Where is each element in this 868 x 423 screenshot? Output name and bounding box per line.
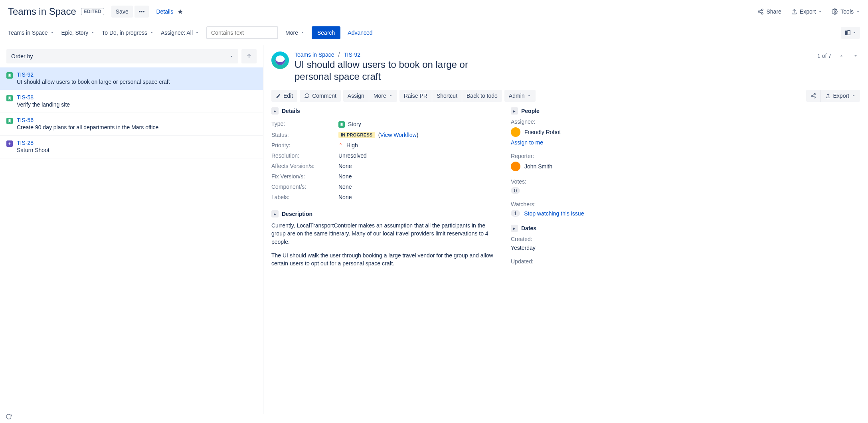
share-issue-button[interactable] <box>806 90 821 102</box>
svg-line-13 <box>813 95 814 95</box>
stop-watching-link[interactable]: Stop watching this issue <box>524 210 584 217</box>
issue-key: TIS-56 <box>17 117 158 123</box>
pager-position: 1 of 7 <box>817 53 831 59</box>
chevron-down-icon <box>853 53 858 59</box>
section-title-dates: Dates <box>521 225 536 231</box>
field-label: Component/s: <box>271 184 338 190</box>
section-title-people: People <box>521 108 540 114</box>
section-toggle[interactable]: ▸ <box>271 107 279 115</box>
field-label: Affects Version/s: <box>271 163 338 169</box>
field-label: Priority: <box>271 142 338 148</box>
description-body: Currently, LocalTransportControler makes… <box>271 221 495 267</box>
chevron-down-icon <box>195 31 199 35</box>
chevron-down-icon <box>50 31 54 35</box>
arrow-up-icon <box>246 53 252 59</box>
order-by-dropdown[interactable]: Order by <box>6 49 238 63</box>
svg-point-10 <box>814 93 815 95</box>
filter-project[interactable]: Teams in Space <box>8 30 54 36</box>
refresh-button[interactable] <box>6 413 12 414</box>
export-icon <box>791 8 797 15</box>
svg-point-1 <box>758 11 760 12</box>
more-dropdown[interactable]: More <box>369 90 397 102</box>
detail-view-icon <box>844 30 851 36</box>
page-header: Teams in Space EDITED Save ••• Details ★… <box>0 0 868 22</box>
filter-more[interactable]: More <box>285 30 304 36</box>
list-item[interactable]: TIS-56Create 90 day plans for all depart… <box>0 113 263 136</box>
chevron-down-icon <box>818 10 822 14</box>
story-icon <box>6 95 13 101</box>
issue-detail-pane: Teams in Space / TIS-92 UI should allow … <box>263 45 868 414</box>
field-value: None <box>338 184 352 190</box>
breadcrumb-issue-key[interactable]: TIS-92 <box>344 51 360 58</box>
chevron-down-icon <box>856 10 860 14</box>
tools-button[interactable]: Tools <box>832 8 860 15</box>
list-item[interactable]: TIS-28Saturn Shoot <box>0 136 263 158</box>
export-button[interactable]: Export <box>791 8 822 15</box>
filter-assignee[interactable]: Assignee: All <box>161 30 199 36</box>
share-button[interactable]: Share <box>757 8 781 15</box>
story-icon <box>338 121 345 128</box>
field-label: Fix Version/s: <box>271 173 338 180</box>
gear-icon <box>832 8 838 15</box>
section-toggle[interactable]: ▸ <box>511 225 518 232</box>
search-button[interactable]: Search <box>312 26 340 39</box>
list-item[interactable]: TIS-92UI should allow users to book on l… <box>0 67 263 90</box>
section-toggle[interactable]: ▸ <box>271 210 279 217</box>
issue-summary: Saturn Shoot <box>17 147 49 153</box>
created-value: Yesterday <box>511 245 615 251</box>
svg-point-2 <box>761 13 763 14</box>
admin-dropdown[interactable]: Admin <box>504 90 536 102</box>
filter-bar: Teams in Space Epic, Story To Do, in pro… <box>0 22 868 45</box>
pager-next-button[interactable] <box>851 51 860 60</box>
list-item[interactable]: TIS-58Verify the landing site <box>0 90 263 113</box>
section-title-description: Description <box>282 211 312 217</box>
assignee-value: Friendly Robot <box>511 127 615 137</box>
raise-pr-button[interactable]: Raise PR <box>399 90 432 102</box>
assign-to-me-link[interactable]: Assign to me <box>511 139 543 146</box>
back-to-todo-button[interactable]: Back to todo <box>462 90 502 102</box>
page-title: Teams in Space <box>8 6 76 17</box>
dates-section: ▸ Dates Created: Yesterday Updated: <box>511 225 615 265</box>
search-input[interactable] <box>206 26 278 39</box>
chevron-down-icon <box>229 54 233 58</box>
sort-direction-button[interactable] <box>241 49 257 63</box>
section-toggle[interactable]: ▸ <box>511 107 518 115</box>
view-toggle-button[interactable] <box>841 27 860 39</box>
filter-type[interactable]: Epic, Story <box>61 30 95 36</box>
view-workflow-link[interactable]: View Workflow <box>380 132 416 138</box>
edited-badge: EDITED <box>81 8 104 15</box>
refresh-icon <box>6 413 12 414</box>
field-label: Labels: <box>271 194 338 200</box>
field-value: None <box>338 194 352 200</box>
reporter-value: John Smith <box>511 162 615 171</box>
filter-status[interactable]: To Do, in progress <box>102 30 154 36</box>
comment-button[interactable]: Comment <box>300 90 341 102</box>
avatar <box>511 127 520 137</box>
advanced-link[interactable]: Advanced <box>348 30 372 36</box>
export-icon <box>825 93 831 99</box>
share-icon <box>757 8 764 15</box>
breadcrumb: Teams in Space / TIS-92 <box>295 51 812 58</box>
save-button[interactable]: Save <box>111 6 133 18</box>
edit-button[interactable]: Edit <box>271 90 297 102</box>
priority-high-icon: ⌃ <box>338 142 343 148</box>
breadcrumb-project[interactable]: Teams in Space <box>295 51 334 58</box>
shortcut-button[interactable]: Shortcut <box>432 90 462 102</box>
export-issue-button[interactable]: Export <box>821 90 860 102</box>
field-value-priority: ⌃ High <box>338 142 358 148</box>
story-icon <box>6 72 13 79</box>
field-label: Assignee: <box>511 119 615 125</box>
pager-prev-button[interactable] <box>837 51 846 60</box>
assign-button[interactable]: Assign <box>343 90 369 102</box>
issue-key: TIS-58 <box>17 94 70 101</box>
star-icon[interactable]: ★ <box>177 8 183 16</box>
description-section: ▸ Description Currently, LocalTransportC… <box>271 210 495 267</box>
people-section: ▸ People Assignee: Friendly Robot Assign… <box>511 107 615 217</box>
field-value: Unresolved <box>338 152 367 159</box>
pencil-icon <box>276 93 281 99</box>
field-label: Updated: <box>511 258 615 265</box>
svg-point-0 <box>761 9 763 10</box>
issue-key: TIS-28 <box>17 140 49 146</box>
details-link[interactable]: Details <box>153 6 176 17</box>
more-actions-button[interactable]: ••• <box>134 6 149 18</box>
